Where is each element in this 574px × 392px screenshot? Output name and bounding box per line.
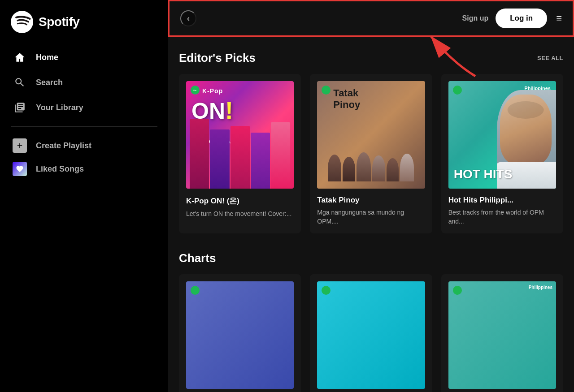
heart-icon <box>13 162 27 176</box>
kpop-spotify-badge <box>191 86 200 95</box>
tatak-group <box>328 152 414 181</box>
create-playlist-item[interactable]: Create Playlist <box>7 134 161 157</box>
home-label: Home <box>36 53 58 62</box>
home-icon <box>13 50 27 65</box>
hothits-face <box>500 95 552 164</box>
spotify-logo-icon <box>11 11 33 33</box>
hothits-title-text: HOT HITS <box>454 167 513 181</box>
hothits-card-desc: Best tracks from the world of OPM and... <box>448 208 556 226</box>
login-button[interactable]: Log in <box>496 9 547 28</box>
plus-icon <box>13 138 27 153</box>
sidebar-navigation: Home Search Your Library <box>0 46 168 119</box>
spotify-logo-text: Spotify <box>39 15 79 29</box>
see-all-link[interactable]: SEE ALL <box>537 55 563 61</box>
sidebar-item-search[interactable]: Search <box>7 71 161 94</box>
tatak-title-text: TatakPinoy <box>333 87 419 111</box>
hothits-card[interactable]: Philippines HOT HITS <box>441 74 563 233</box>
sidebar-item-library[interactable]: Your Library <box>7 96 161 119</box>
chart3-ph-label: Philippines <box>529 285 552 290</box>
charts-header: Charts <box>179 251 563 265</box>
chart1-image <box>186 281 294 389</box>
kpop-card-title: K-Pop ON! (온) <box>186 196 294 206</box>
hothits-spotify-badge <box>453 86 462 95</box>
chart2-spotify-badge <box>322 286 330 295</box>
logo-container[interactable]: Spotify <box>0 11 168 33</box>
liked-songs-item[interactable]: Liked Songs <box>7 157 161 181</box>
header-actions: Sign up Log in ≡ <box>462 9 562 28</box>
hothits-card-image: Philippines HOT HITS <box>448 81 556 189</box>
back-button[interactable]: ‹ <box>180 10 196 26</box>
kpop-card-image: K-Pop ON! 온 GIRLS GENERATION <box>186 81 294 189</box>
kpop-card[interactable]: K-Pop ON! 온 GIRLS GENERATION <box>179 74 301 233</box>
editors-picks-grid: K-Pop ON! 온 GIRLS GENERATION <box>179 74 563 233</box>
kpop-text: K-Pop <box>202 87 223 95</box>
chart3-image: Philippines <box>448 281 556 389</box>
menu-icon[interactable]: ≡ <box>556 13 562 24</box>
editors-picks-header: Editor's Picks SEE ALL <box>179 51 563 65</box>
header: ‹ Sign up Log in ≡ <box>168 0 574 37</box>
chart1-spotify-badge <box>191 286 200 295</box>
tatak-card-title: Tatak Pinoy <box>317 196 425 205</box>
library-icon <box>13 100 27 115</box>
svg-point-4 <box>455 87 460 93</box>
charts-section: Charts Philippines <box>179 251 563 392</box>
chart3-spotify-badge <box>453 286 462 295</box>
sidebar: Spotify Home Search Y <box>0 0 168 392</box>
chart-card-3[interactable]: Philippines <box>441 274 563 392</box>
signup-button[interactable]: Sign up <box>462 14 489 22</box>
sidebar-divider <box>11 126 157 127</box>
hothits-label: HOT HITS <box>454 167 513 181</box>
library-label: Your Library <box>36 103 83 112</box>
charts-title: Charts <box>179 251 216 265</box>
liked-songs-label: Liked Songs <box>36 164 84 174</box>
tatak-title-overlay: TatakPinoy <box>333 87 419 111</box>
chart-card-1[interactable] <box>179 274 301 392</box>
main-content: ‹ Sign up Log in ≡ Editor's Picks SEE AL… <box>168 0 574 392</box>
sidebar-item-home[interactable]: Home <box>7 46 161 69</box>
charts-grid: Philippines <box>179 274 563 392</box>
create-playlist-label: Create Playlist <box>36 141 91 151</box>
chart-card-2[interactable] <box>310 274 432 392</box>
editors-picks-title: Editor's Picks <box>179 51 256 65</box>
hothits-hair <box>508 101 544 119</box>
tatak-card[interactable]: TatakPinoy <box>310 74 432 233</box>
scroll-content: Editor's Picks SEE ALL <box>168 37 574 392</box>
svg-point-0 <box>11 11 33 33</box>
editors-picks-section: Editor's Picks SEE ALL <box>179 51 563 233</box>
tatak-card-image: TatakPinoy <box>317 81 425 189</box>
hothits-card-title: Hot Hits Philippi... <box>448 196 556 205</box>
svg-point-3 <box>323 87 329 93</box>
kpop-card-desc: Let's turn ON the movement! Cover:... <box>186 210 294 219</box>
kpop-figures <box>186 119 294 189</box>
tatak-spotify-badge <box>322 86 330 95</box>
search-icon <box>13 75 27 90</box>
chart2-image <box>317 281 425 389</box>
tatak-card-desc: Mga nangunguna sa mundo ng OPM.... <box>317 208 425 226</box>
search-label: Search <box>36 78 63 87</box>
